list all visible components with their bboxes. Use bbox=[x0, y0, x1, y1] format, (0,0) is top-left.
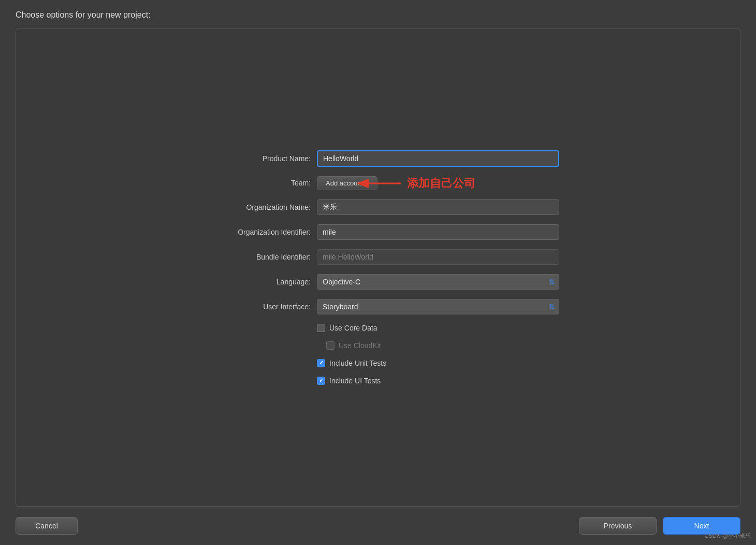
language-select[interactable]: Objective-C Swift bbox=[317, 274, 559, 290]
product-name-control bbox=[317, 150, 559, 167]
org-name-label: Organization Name: bbox=[197, 203, 311, 211]
language-select-wrapper: Objective-C Swift ⇅ bbox=[317, 274, 559, 290]
main-panel: 添加自己公司 Product Name: Team: Add account..… bbox=[16, 28, 740, 507]
page-title: Choose options for your new project: bbox=[16, 10, 740, 20]
team-label: Team: bbox=[197, 179, 311, 187]
bundle-id-input bbox=[317, 249, 559, 265]
org-identifier-row: Organization Identifier: bbox=[197, 224, 559, 240]
core-data-label: Use Core Data bbox=[329, 324, 377, 332]
watermark: CSDN @小小米乐 bbox=[705, 532, 751, 540]
cloudkit-label: Use CloudKit bbox=[339, 341, 381, 350]
form-container: 添加自己公司 Product Name: Team: Add account..… bbox=[197, 150, 559, 385]
org-name-control bbox=[317, 199, 559, 215]
ui-tests-row: ✓ Include UI Tests bbox=[317, 377, 559, 385]
cancel-button[interactable]: Cancel bbox=[16, 517, 78, 535]
language-row: Language: Objective-C Swift ⇅ bbox=[197, 274, 559, 290]
product-name-label: Product Name: bbox=[197, 154, 311, 163]
user-interface-select-wrapper: Storyboard SwiftUI ⇅ bbox=[317, 299, 559, 314]
bundle-id-control bbox=[317, 249, 559, 265]
cloudkit-row: Use CloudKit bbox=[326, 341, 559, 350]
user-interface-select[interactable]: Storyboard SwiftUI bbox=[317, 299, 559, 314]
product-name-input[interactable] bbox=[317, 150, 559, 167]
bottom-bar: Cancel Previous Next bbox=[16, 509, 740, 535]
core-data-row: Use Core Data bbox=[317, 324, 559, 332]
org-identifier-input[interactable] bbox=[317, 224, 559, 240]
ui-tests-label: Include UI Tests bbox=[329, 377, 381, 385]
unit-tests-checkbox[interactable]: ✓ bbox=[317, 359, 325, 367]
org-name-input[interactable] bbox=[317, 199, 559, 215]
bundle-id-row: Bundle Identifier: bbox=[197, 249, 559, 265]
ui-tests-checkbox[interactable]: ✓ bbox=[317, 377, 325, 385]
unit-tests-label: Include Unit Tests bbox=[329, 359, 386, 367]
annotation-text: 添加自己公司 bbox=[407, 176, 475, 191]
cloudkit-checkbox bbox=[326, 341, 335, 350]
bundle-id-label: Bundle Identifier: bbox=[197, 253, 311, 261]
org-name-row: Organization Name: bbox=[197, 199, 559, 215]
arrow-icon bbox=[357, 174, 404, 193]
user-interface-label: User Interface: bbox=[197, 303, 311, 311]
annotation-overlay: 添加自己公司 bbox=[357, 174, 475, 193]
unit-tests-row: ✓ Include Unit Tests bbox=[317, 359, 559, 367]
unit-tests-checkmark: ✓ bbox=[319, 360, 324, 366]
org-identifier-control bbox=[317, 224, 559, 240]
org-identifier-label: Organization Identifier: bbox=[197, 228, 311, 236]
user-interface-row: User Interface: Storyboard SwiftUI ⇅ bbox=[197, 299, 559, 314]
core-data-checkbox[interactable] bbox=[317, 324, 325, 332]
previous-button[interactable]: Previous bbox=[579, 517, 657, 535]
ui-tests-checkmark: ✓ bbox=[319, 377, 324, 384]
product-name-row: Product Name: bbox=[197, 150, 559, 167]
language-label: Language: bbox=[197, 278, 311, 286]
